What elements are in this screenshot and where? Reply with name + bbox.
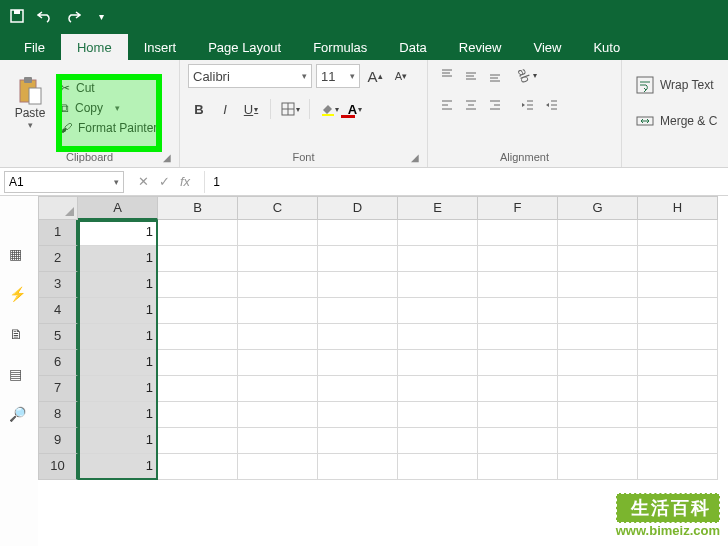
copy-split-caret[interactable]: ▾: [115, 103, 120, 113]
cell-B6[interactable]: [158, 350, 238, 376]
fill-color-button[interactable]: ▾: [318, 98, 340, 120]
cell-B2[interactable]: [158, 246, 238, 272]
cell-F9[interactable]: [478, 428, 558, 454]
borders-button[interactable]: ▾: [279, 98, 301, 120]
column-header-F[interactable]: F: [478, 196, 558, 220]
bold-button[interactable]: B: [188, 98, 210, 120]
cell-A3[interactable]: 1: [78, 272, 158, 298]
cell-C5[interactable]: [238, 324, 318, 350]
cell-C7[interactable]: [238, 376, 318, 402]
cell-F6[interactable]: [478, 350, 558, 376]
italic-button[interactable]: I: [214, 98, 236, 120]
align-top-button[interactable]: [436, 64, 458, 86]
cell-E9[interactable]: [398, 428, 478, 454]
cell-C3[interactable]: [238, 272, 318, 298]
cell-A8[interactable]: 1: [78, 402, 158, 428]
grow-font-button[interactable]: A▴: [364, 65, 386, 87]
row-header-10[interactable]: 10: [38, 454, 78, 480]
cell-E8[interactable]: [398, 402, 478, 428]
orientation-button[interactable]: ab▾: [516, 64, 538, 86]
save-icon[interactable]: [8, 7, 26, 25]
cell-E6[interactable]: [398, 350, 478, 376]
cell-A4[interactable]: 1: [78, 298, 158, 324]
cell-E10[interactable]: [398, 454, 478, 480]
layout-icon[interactable]: ▤: [9, 366, 29, 384]
align-middle-button[interactable]: [460, 64, 482, 86]
cell-E5[interactable]: [398, 324, 478, 350]
cell-E7[interactable]: [398, 376, 478, 402]
cell-C10[interactable]: [238, 454, 318, 480]
tab-file[interactable]: File: [8, 34, 61, 60]
cell-H10[interactable]: [638, 454, 718, 480]
cell-C1[interactable]: [238, 220, 318, 246]
column-header-E[interactable]: E: [398, 196, 478, 220]
cell-D9[interactable]: [318, 428, 398, 454]
row-header-1[interactable]: 1: [38, 220, 78, 246]
cell-C6[interactable]: [238, 350, 318, 376]
enter-formula-icon[interactable]: ✓: [159, 174, 170, 189]
column-header-D[interactable]: D: [318, 196, 398, 220]
cell-B5[interactable]: [158, 324, 238, 350]
cell-D3[interactable]: [318, 272, 398, 298]
cell-F8[interactable]: [478, 402, 558, 428]
cell-D4[interactable]: [318, 298, 398, 324]
cell-E3[interactable]: [398, 272, 478, 298]
font-dialog-launcher-icon[interactable]: ◢: [411, 152, 419, 163]
select-all-corner[interactable]: [38, 196, 78, 220]
cut-button[interactable]: ✂ Cut: [56, 79, 161, 97]
cell-B1[interactable]: [158, 220, 238, 246]
wrap-text-button[interactable]: Wrap Text: [632, 68, 717, 102]
cell-H7[interactable]: [638, 376, 718, 402]
cell-F10[interactable]: [478, 454, 558, 480]
cell-A5[interactable]: 1: [78, 324, 158, 350]
cell-C4[interactable]: [238, 298, 318, 324]
cell-B3[interactable]: [158, 272, 238, 298]
row-header-4[interactable]: 4: [38, 298, 78, 324]
fx-icon[interactable]: fx: [180, 174, 190, 189]
tab-view[interactable]: View: [517, 34, 577, 60]
cell-G6[interactable]: [558, 350, 638, 376]
row-header-7[interactable]: 7: [38, 376, 78, 402]
tab-page-layout[interactable]: Page Layout: [192, 34, 297, 60]
merge-center-button[interactable]: Merge & C: [632, 104, 717, 138]
cell-G5[interactable]: [558, 324, 638, 350]
tab-formulas[interactable]: Formulas: [297, 34, 383, 60]
cell-H5[interactable]: [638, 324, 718, 350]
cell-E2[interactable]: [398, 246, 478, 272]
cell-D7[interactable]: [318, 376, 398, 402]
formula-input[interactable]: 1: [204, 171, 728, 193]
undo-icon[interactable]: [36, 7, 54, 25]
row-header-5[interactable]: 5: [38, 324, 78, 350]
column-header-A[interactable]: A: [78, 196, 158, 220]
cell-C9[interactable]: [238, 428, 318, 454]
cell-D6[interactable]: [318, 350, 398, 376]
font-size-combo[interactable]: 11 ▾: [316, 64, 360, 88]
align-right-button[interactable]: [484, 94, 506, 116]
row-header-9[interactable]: 9: [38, 428, 78, 454]
cell-A10[interactable]: 1: [78, 454, 158, 480]
shrink-font-button[interactable]: A▾: [390, 65, 412, 87]
find-icon[interactable]: 🔎: [9, 406, 29, 424]
cell-C8[interactable]: [238, 402, 318, 428]
cell-H8[interactable]: [638, 402, 718, 428]
cell-A7[interactable]: 1: [78, 376, 158, 402]
align-left-button[interactable]: [436, 94, 458, 116]
cell-G9[interactable]: [558, 428, 638, 454]
cell-H1[interactable]: [638, 220, 718, 246]
cell-D5[interactable]: [318, 324, 398, 350]
redo-icon[interactable]: [64, 7, 82, 25]
row-header-8[interactable]: 8: [38, 402, 78, 428]
cell-G4[interactable]: [558, 298, 638, 324]
cell-D2[interactable]: [318, 246, 398, 272]
cell-H6[interactable]: [638, 350, 718, 376]
cell-H2[interactable]: [638, 246, 718, 272]
column-header-C[interactable]: C: [238, 196, 318, 220]
cell-F5[interactable]: [478, 324, 558, 350]
workbook-icon[interactable]: 🗎: [9, 326, 29, 344]
row-header-6[interactable]: 6: [38, 350, 78, 376]
decrease-indent-button[interactable]: [516, 94, 538, 116]
font-name-combo[interactable]: Calibri ▾: [188, 64, 312, 88]
clipboard-dialog-launcher-icon[interactable]: ◢: [163, 152, 171, 163]
increase-indent-button[interactable]: [540, 94, 562, 116]
cancel-formula-icon[interactable]: ✕: [138, 174, 149, 189]
